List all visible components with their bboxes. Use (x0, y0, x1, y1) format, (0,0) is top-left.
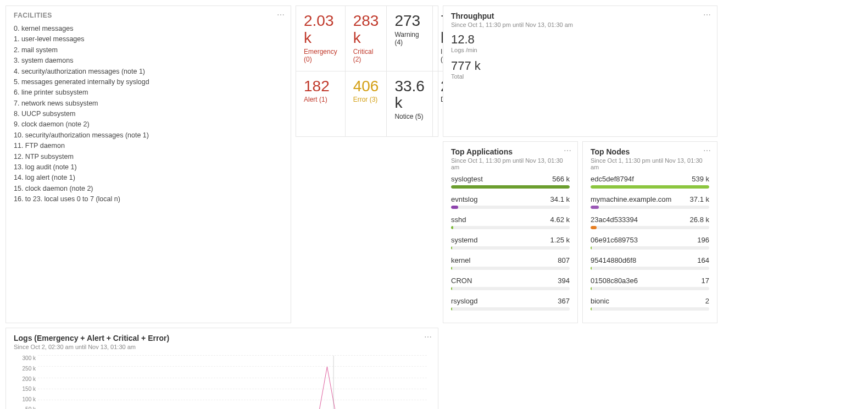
bar-row[interactable]: kernel807 (451, 256, 570, 270)
stat-value: 182 (304, 78, 337, 95)
bar-name: 23ac4d533394 (591, 215, 638, 224)
bar-name: sshd (451, 215, 466, 224)
bar-track (451, 267, 570, 270)
facility-item: 7. network news subsystem (14, 98, 283, 109)
bar-track (591, 287, 709, 290)
bar-value: 26.8 k (690, 215, 709, 224)
top-apps-card: ⋯ Top Applications Since Oct 1, 11:30 pm… (443, 141, 578, 323)
bar-track (591, 246, 709, 250)
facility-item: 12. NTP subsystem (14, 152, 283, 162)
card-menu-icon[interactable]: ⋯ (564, 146, 572, 155)
bar-value: 566 k (552, 175, 570, 183)
main-chart-title: Logs (Emergency + Alert + Critical + Err… (14, 334, 430, 342)
bar-value: 17 (702, 277, 709, 285)
facility-item: 4. security/authorization messages (note… (14, 67, 283, 77)
throughput-card: ⋯ Throughput Since Oct 1, 11:30 pm until… (443, 5, 717, 137)
facility-item: 10. security/authorization messages (not… (14, 130, 283, 141)
stat-cell[interactable]: 283 kCritical (2) (346, 6, 387, 71)
bar-track (591, 206, 709, 209)
bar-track (451, 206, 570, 209)
bar-row[interactable]: CRON394 (451, 277, 570, 290)
bar-name: edc5def8794f (591, 175, 634, 183)
bar-name: kernel (451, 256, 470, 264)
bar-value: 367 (558, 297, 570, 305)
facility-item: 1. user-level messages (14, 34, 283, 45)
bar-track (591, 267, 709, 270)
bar-name: bionic (591, 297, 609, 305)
throughput-title: Throughput (451, 12, 709, 20)
bar-value: 164 (697, 256, 709, 264)
stat-cell[interactable]: 33.6 kNotice (5) (387, 71, 433, 137)
bar-name: 01508c80a3e6 (591, 277, 638, 285)
stat-label: Warning (4) (394, 31, 425, 46)
stat-cell[interactable]: 273Warning (4) (387, 6, 433, 71)
bar-track (451, 185, 570, 189)
stat-value: 283 k (353, 13, 379, 47)
facility-item: 13. log audit (note 1) (14, 162, 283, 173)
throughput-rate: 12.8 (451, 32, 709, 47)
bar-row[interactable]: edc5def8794f539 k (591, 175, 709, 189)
facility-item: 11. FTP daemon (14, 141, 283, 151)
bar-row[interactable]: systemd1.25 k (451, 236, 570, 250)
bar-track (451, 246, 570, 250)
facility-item: 5. messages generated internally by sysl… (14, 77, 283, 87)
bar-name: CRON (451, 277, 472, 285)
bar-value: 2 (705, 297, 709, 305)
throughput-rate-label: Logs /min (451, 47, 709, 53)
stat-label: Emergency (0) (304, 48, 337, 63)
bar-name: mymachine.example.com (591, 195, 671, 203)
card-menu-icon[interactable]: ⋯ (424, 333, 432, 341)
facility-item: 3. system daemons (14, 56, 283, 66)
card-menu-icon[interactable]: ⋯ (277, 10, 285, 19)
throughput-total: 777 k (451, 59, 709, 73)
top-nodes-card: ⋯ Top Nodes Since Oct 1, 11:30 pm until … (582, 141, 717, 323)
bar-track (451, 226, 570, 229)
bar-row[interactable]: 95414880d6f8164 (591, 256, 709, 270)
facility-item: 14. log alert (note 1) (14, 173, 283, 183)
bar-row[interactable]: 23ac4d53339426.8 k (591, 215, 709, 229)
facility-item: 8. UUCP subsystem (14, 109, 283, 119)
facilities-title: FACILITIES (14, 12, 283, 19)
bar-track (591, 185, 709, 189)
throughput-sub: Since Oct 1, 11:30 pm until Nov 13, 01:3… (451, 21, 709, 28)
bar-name: systemd (451, 236, 477, 244)
bar-name: evntslog (451, 195, 477, 203)
bar-row[interactable]: evntslog34.1 k (451, 195, 570, 209)
card-menu-icon[interactable]: ⋯ (703, 146, 711, 155)
bar-track (591, 307, 709, 311)
stat-label: Critical (2) (353, 48, 379, 63)
stat-value: 2.03 k (304, 13, 337, 47)
stat-label: Alert (1) (304, 96, 337, 103)
bar-value: 37.1 k (690, 195, 709, 203)
stat-cell[interactable]: 182Alert (1) (296, 71, 346, 137)
bar-track (591, 226, 709, 229)
bar-row[interactable]: 01508c80a3e617 (591, 277, 709, 290)
bar-row[interactable]: bionic2 (591, 297, 709, 311)
main-chart-plot: 050 k100 k150 k200 k250 k300 kOct 03, 20… (14, 356, 430, 409)
top-apps-sub: Since Oct 1, 11:30 pm until Nov 13, 01:3… (451, 157, 570, 170)
stat-cell[interactable]: 406Error (3) (346, 71, 387, 137)
bar-name: rsyslogd (451, 297, 477, 305)
bar-name: 95414880d6f8 (591, 256, 636, 264)
facility-item: 15. clock daemon (note 2) (14, 184, 283, 194)
bar-track (451, 287, 570, 290)
main-chart-sub: Since Oct 2, 02:30 am until Nov 13, 01:3… (14, 344, 430, 350)
stat-cell[interactable]: 2.03 kEmergency (0) (296, 6, 346, 71)
top-nodes-title: Top Nodes (591, 147, 709, 156)
bar-row[interactable]: sshd4.62 k (451, 215, 570, 229)
facility-item: 6. line printer subsystem (14, 87, 283, 98)
main-chart-card: ⋯ Logs (Emergency + Alert + Critical + E… (5, 328, 438, 409)
bar-name: syslogtest (451, 175, 483, 183)
stat-value: 33.6 k (394, 78, 425, 112)
bar-row[interactable]: rsyslogd367 (451, 297, 570, 311)
card-menu-icon[interactable]: ⋯ (703, 10, 711, 19)
facility-item: 2. mail system (14, 45, 283, 56)
bar-row[interactable]: mymachine.example.com37.1 k (591, 195, 709, 209)
bar-value: 196 (697, 236, 709, 244)
top-apps-title: Top Applications (451, 147, 570, 156)
bar-row[interactable]: 06e91c689753196 (591, 236, 709, 250)
facility-item: 16. to 23. local uses 0 to 7 (local n) (14, 194, 283, 204)
facility-item: 9. clock daemon (note 2) (14, 119, 283, 130)
bar-row[interactable]: syslogtest566 k (451, 175, 570, 189)
bar-value: 34.1 k (550, 195, 570, 203)
